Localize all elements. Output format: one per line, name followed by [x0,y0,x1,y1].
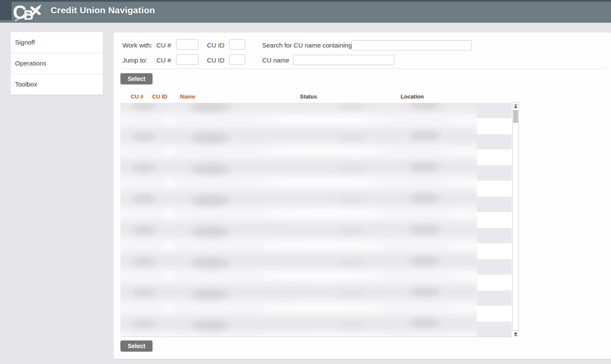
redacted-rows-blur [120,103,477,337]
jump-to-cu-id-input[interactable] [229,54,245,65]
table-scrollbar[interactable] [512,102,519,337]
work-with-cu-id-input[interactable] [229,39,245,50]
work-with-cu-number-input[interactable] [176,39,198,50]
column-header-cu-number[interactable]: CU # [131,93,144,100]
scroll-down-icon[interactable] [514,332,518,336]
main-panel: Work with: CU # CU ID Search for CU name… [114,33,611,359]
column-header-location: Location [401,93,424,100]
jump-to-cu-number-input[interactable] [176,54,198,65]
sidebar-item-toolbox[interactable]: Toolbox [11,74,103,95]
sidebar-item-operations[interactable]: Operations [11,53,103,74]
jump-to-cu-name-input[interactable] [293,55,394,65]
work-with-cu-number-label: CU # [156,42,171,49]
search-cu-name-input[interactable] [351,40,472,51]
cu-table-header: CU # CU ID Name Status Location [120,90,512,102]
jump-to-label: Jump to: [123,57,147,64]
scroll-up-icon[interactable] [514,104,518,108]
redacted-rows-region [120,103,477,337]
scrollbar-track[interactable] [512,102,519,331]
cbx-logo-icon: C B [13,1,43,22]
sidebar-nav: Signoff Operations Toolbox [11,32,103,95]
sidebar-item-signoff[interactable]: Signoff [11,32,103,53]
column-header-status: Status [300,93,317,100]
jump-to-cu-name-label: CU name [262,57,289,64]
work-with-label: Work with: [123,42,153,49]
search-cu-name-label: Search for CU name containing [262,42,352,49]
select-button-top[interactable]: Select [120,73,153,84]
scrollbar-thumb[interactable] [513,110,518,123]
select-button-bottom[interactable]: Select [120,340,153,352]
cu-table-body[interactable] [120,103,512,337]
work-with-cu-id-label: CU ID [207,42,225,49]
window-top-edge [0,0,611,2]
jump-to-cu-number-label: CU # [156,57,171,64]
column-header-cu-id[interactable]: CU ID [152,93,167,100]
window-corner-block [0,2,12,20]
credit-union-navigation-app: C B Credit Union Navigation Signoff Oper… [0,0,611,364]
column-header-name[interactable]: Name [180,93,195,100]
page-title: Credit Union Navigation [51,5,155,15]
app-header: C B Credit Union Navigation [0,0,611,23]
jump-to-cu-id-label: CU ID [207,57,225,64]
form-divider [120,69,605,69]
